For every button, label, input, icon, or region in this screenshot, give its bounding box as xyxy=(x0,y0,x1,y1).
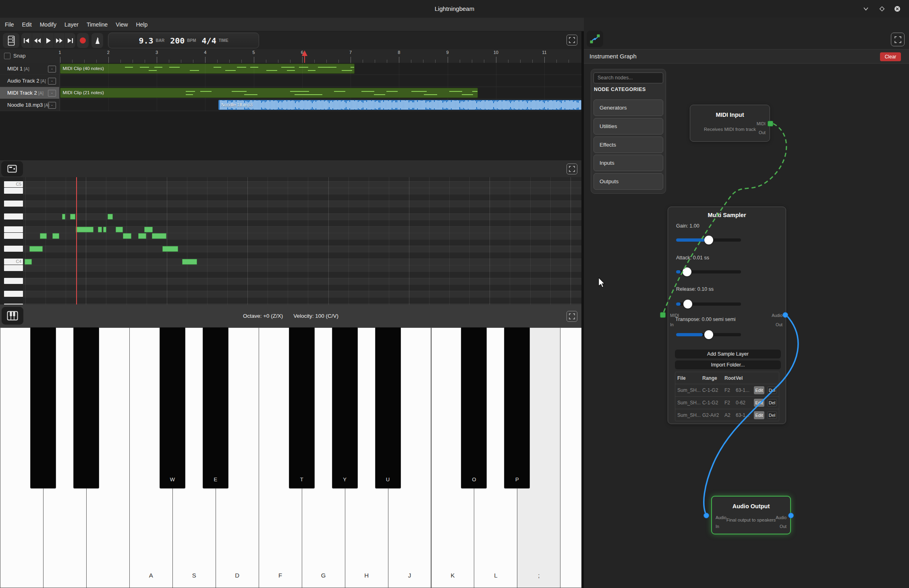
roll-key-b3[interactable] xyxy=(4,265,23,271)
category-outputs[interactable]: Outputs xyxy=(594,173,663,190)
midi-note[interactable] xyxy=(40,233,47,239)
film-button[interactable] xyxy=(3,33,19,48)
maximize-button[interactable] xyxy=(878,4,886,13)
black-key-8[interactable]: P xyxy=(504,327,530,489)
menu-item-layer[interactable]: Layer xyxy=(60,18,83,31)
category-utilities[interactable]: Utilities xyxy=(594,118,663,135)
track-row[interactable]: MIDI 1[A]-MIDI Clip (40 notes) xyxy=(0,63,581,75)
roll-key-c5[interactable]: C5 xyxy=(4,181,23,187)
timeline-ruler[interactable]: Snap 1234567891011 xyxy=(0,49,581,63)
pianoroll-fit-button[interactable] xyxy=(1,161,23,176)
roll-playhead[interactable] xyxy=(76,177,77,304)
menu-item-edit[interactable]: Edit xyxy=(18,18,36,31)
del-button[interactable]: Del xyxy=(767,387,777,394)
pianoroll-keys[interactable]: C5C4 xyxy=(4,177,23,304)
midi-note[interactable] xyxy=(62,214,65,219)
track-header-noodle-18-mp3[interactable]: Noodle 18.mp3[A]- xyxy=(0,99,60,111)
transpose-slider[interactable] xyxy=(676,330,741,339)
track-mini-button[interactable]: - xyxy=(48,90,56,97)
white-key-13[interactable] xyxy=(560,327,581,588)
skip-start-button[interactable] xyxy=(21,33,32,48)
black-key-7[interactable]: O xyxy=(461,327,487,489)
midi-note[interactable] xyxy=(76,227,93,232)
roll-key-e4[interactable] xyxy=(4,233,23,239)
roll-key-d4[interactable] xyxy=(4,246,23,252)
slider-thumb[interactable] xyxy=(704,330,713,339)
rewind-button[interactable] xyxy=(32,33,43,48)
search-input[interactable]: Search nodes... xyxy=(594,72,663,83)
audio-in-port[interactable] xyxy=(704,513,709,518)
track-mini-button[interactable]: - xyxy=(48,66,56,72)
playhead-marker[interactable] xyxy=(302,50,307,56)
roll-key-a4[interactable] xyxy=(4,201,23,207)
track-row[interactable]: Noodle 18.mp3[A]-Noodle 18.mp3 xyxy=(0,99,581,111)
close-button[interactable] xyxy=(893,4,902,13)
black-key-4[interactable]: T xyxy=(289,327,315,489)
category-inputs[interactable]: Inputs xyxy=(594,155,663,171)
edit-button[interactable]: Edit xyxy=(754,399,764,407)
roll-key-b4[interactable] xyxy=(4,188,23,194)
node-midi-input[interactable]: MIDI Input Receives MIDI from track MIDI… xyxy=(690,105,770,142)
track-mini-button[interactable]: - xyxy=(48,78,56,85)
track-header-audio-track-2[interactable]: Audio Track 2[A]- xyxy=(0,75,60,87)
snap-checkbox[interactable] xyxy=(4,53,10,59)
edit-button[interactable]: Edit xyxy=(754,386,764,394)
del-button[interactable]: Del xyxy=(767,412,777,419)
midi-note[interactable] xyxy=(123,233,131,239)
release-slider[interactable] xyxy=(676,300,741,308)
midi-note[interactable] xyxy=(103,227,106,232)
minimize-button[interactable] xyxy=(861,4,870,13)
fast-forward-button[interactable] xyxy=(54,33,64,48)
attack-slider[interactable] xyxy=(676,267,741,276)
clip-audio[interactable]: Noodle 18.mp3 xyxy=(218,100,581,110)
roll-key-f4[interactable] xyxy=(4,226,23,232)
track-mini-button[interactable]: - xyxy=(48,102,56,109)
track-lanes[interactable]: MIDI 1[A]-MIDI Clip (40 notes)Audio Trac… xyxy=(0,63,581,111)
midi-note[interactable] xyxy=(70,214,75,219)
midi-note[interactable] xyxy=(138,233,146,239)
midi-note[interactable] xyxy=(29,246,43,252)
tempo-display[interactable]: 9.3BAR200BPM4/4TIME xyxy=(108,33,259,48)
roll-key-c4[interactable]: C4 xyxy=(4,259,23,265)
midi-note[interactable] xyxy=(162,246,178,252)
track-row[interactable]: Audio Track 2[A]- xyxy=(0,75,581,87)
black-key-6[interactable]: U xyxy=(375,327,401,489)
slider-thumb[interactable] xyxy=(683,300,692,308)
graph-expand-button[interactable] xyxy=(891,33,905,46)
clip-midi[interactable]: MIDI Clip (21 notes) xyxy=(60,88,478,98)
slider-thumb[interactable] xyxy=(704,236,713,244)
node-multi-sampler[interactable]: Multi Sampler Gain: 1.00 Attack: 0.01 ss… xyxy=(668,207,786,424)
menu-item-view[interactable]: View xyxy=(112,18,132,31)
track-row[interactable]: MIDI Track 2[A]-MIDI Clip (21 notes) xyxy=(0,87,581,99)
add-sample-layer-button[interactable]: Add Sample Layer xyxy=(675,350,781,358)
skip-end-button[interactable] xyxy=(64,33,75,48)
graph-view-button[interactable] xyxy=(587,31,603,47)
category-effects[interactable]: Effects xyxy=(594,137,663,153)
black-key-1[interactable] xyxy=(73,327,99,489)
menu-item-file[interactable]: File xyxy=(1,18,18,31)
black-key-2[interactable]: W xyxy=(160,327,185,489)
track-header-midi-track-2[interactable]: MIDI Track 2[A]- xyxy=(0,87,60,99)
midi-note[interactable] xyxy=(116,227,123,232)
midi-out-port[interactable] xyxy=(768,121,773,126)
category-generators[interactable]: Generators xyxy=(594,99,663,116)
audio-out-port[interactable] xyxy=(782,312,788,318)
midi-in-port[interactable] xyxy=(660,312,666,318)
menu-item-modify[interactable]: Modify xyxy=(36,18,60,31)
roll-key-a3[interactable] xyxy=(4,278,23,284)
timeline-expand-button[interactable] xyxy=(567,35,577,46)
menu-item-help[interactable]: Help xyxy=(132,18,152,31)
edit-button[interactable]: Edit xyxy=(754,411,764,419)
node-audio-output[interactable]: Audio Output Final output to speakers Au… xyxy=(711,496,791,534)
audio-out-port[interactable] xyxy=(788,513,794,518)
play-button[interactable] xyxy=(43,33,54,48)
clear-button[interactable]: Clear xyxy=(880,52,901,61)
playhead-line[interactable] xyxy=(304,56,305,63)
pianoroll-expand-button[interactable] xyxy=(567,164,577,174)
midi-note[interactable] xyxy=(98,227,102,232)
track-header-midi-1[interactable]: MIDI 1[A]- xyxy=(0,63,60,75)
midi-note[interactable] xyxy=(152,233,166,239)
black-key-0[interactable] xyxy=(30,327,56,489)
midi-note[interactable] xyxy=(108,214,113,219)
gain-slider[interactable] xyxy=(676,236,741,244)
